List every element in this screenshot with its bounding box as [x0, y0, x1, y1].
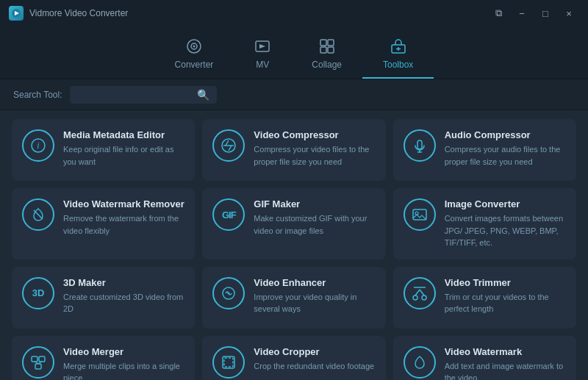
- toolbox-label: Toolbox: [383, 60, 413, 70]
- app-icon: [9, 6, 24, 21]
- video-cropper-info: Video CropperCrop the redundant video fo…: [254, 346, 375, 373]
- minimize-button[interactable]: −: [512, 5, 532, 21]
- video-enhancer-info: Video EnhancerImprove your video quality…: [254, 277, 375, 315]
- svg-rect-8: [320, 47, 326, 53]
- svg-rect-9: [328, 47, 334, 53]
- mv-label: MV: [256, 60, 269, 70]
- 3d-maker-desc: Create customized 3D video from 2D: [63, 291, 184, 315]
- window-controls: ⧉ − □ ×: [488, 5, 579, 21]
- video-trimmer-info: Video TrimmerTrim or cut your videos to …: [445, 277, 566, 315]
- video-watermark-remover-name: Video Watermark Remover: [63, 198, 184, 209]
- video-compressor-icon: [212, 129, 245, 162]
- audio-compressor-desc: Compress your audio files to the proper …: [445, 143, 566, 168]
- maximize-button[interactable]: □: [535, 5, 556, 21]
- image-converter-info: Image ConverterConvert images formats be…: [445, 198, 566, 249]
- image-converter-name: Image Converter: [445, 198, 566, 209]
- video-cropper-icon: [212, 346, 245, 379]
- search-bar: Search Tool: 🔍: [0, 79, 588, 110]
- tools-row: Video MergerMerge multiple clips into a …: [12, 336, 576, 381]
- video-watermark-desc: Add text and image watermark to the vide…: [445, 360, 566, 381]
- svg-rect-34: [224, 358, 233, 367]
- tool-card-audio-compressor[interactable]: Audio CompressorCompress your audio file…: [393, 119, 576, 181]
- nav-tabs: Converter MV Collage: [0, 26, 588, 79]
- video-trimmer-name: Video Trimmer: [445, 277, 566, 288]
- tab-collage[interactable]: Collage: [291, 32, 362, 79]
- collage-icon: [319, 38, 335, 57]
- tools-row: Video Watermark RemoverRemove the waterm…: [12, 188, 576, 259]
- converter-icon: [186, 38, 202, 57]
- search-icon[interactable]: 🔍: [197, 89, 209, 101]
- video-enhancer-name: Video Enhancer: [254, 277, 375, 288]
- video-merger-name: Video Merger: [63, 346, 184, 357]
- tool-card-video-watermark[interactable]: Video WatermarkAdd text and image waterm…: [393, 336, 576, 381]
- media-metadata-editor-icon: i: [22, 129, 54, 162]
- svg-text:i: i: [37, 140, 39, 151]
- app-title: Vidmore Video Converter: [29, 8, 128, 18]
- tab-converter[interactable]: Converter: [154, 32, 234, 79]
- restore-button[interactable]: ⧉: [488, 5, 509, 21]
- 3d-maker-name: 3D Maker: [63, 277, 184, 288]
- svg-rect-30: [39, 356, 45, 362]
- svg-point-4: [193, 46, 195, 48]
- svg-rect-6: [320, 40, 326, 46]
- title-bar: Vidmore Video Converter ⧉ − □ ×: [0, 0, 588, 26]
- video-watermark-info: Video WatermarkAdd text and image waterm…: [445, 346, 566, 381]
- svg-point-24: [413, 295, 417, 300]
- video-merger-desc: Merge multiple clips into a single piece: [63, 360, 184, 381]
- svg-line-26: [415, 290, 420, 295]
- video-watermark-icon: [404, 346, 436, 379]
- tool-card-gif-maker[interactable]: GIFGIF MakerMake customized GIF with you…: [202, 188, 385, 259]
- tool-card-video-compressor[interactable]: Video CompressorCompress your video file…: [202, 119, 385, 181]
- svg-point-23: [228, 292, 230, 294]
- audio-compressor-info: Audio CompressorCompress your audio file…: [445, 129, 566, 168]
- video-watermark-name: Video Watermark: [445, 346, 566, 357]
- video-merger-icon: [22, 346, 54, 379]
- video-compressor-desc: Compress your video files to the proper …: [254, 143, 375, 168]
- search-label: Search Tool:: [13, 90, 62, 100]
- tools-row: 3D3D MakerCreate customized 3D video fro…: [12, 267, 576, 329]
- tool-card-3d-maker[interactable]: 3D3D MakerCreate customized 3D video fro…: [12, 267, 195, 329]
- video-enhancer-icon: [212, 277, 245, 309]
- tab-mv[interactable]: MV: [234, 32, 291, 79]
- tool-card-video-merger[interactable]: Video MergerMerge multiple clips into a …: [12, 336, 195, 381]
- media-metadata-editor-name: Media Metadata Editor: [63, 129, 184, 140]
- tool-card-video-watermark-remover[interactable]: Video Watermark RemoverRemove the waterm…: [12, 188, 195, 259]
- tab-toolbox[interactable]: Toolbox: [362, 32, 434, 79]
- tool-card-video-cropper[interactable]: Video CropperCrop the redundant video fo…: [202, 336, 385, 381]
- video-trimmer-icon: [404, 277, 436, 309]
- tool-card-media-metadata-editor[interactable]: i Media Metadata EditorKeep original fil…: [12, 119, 195, 181]
- tool-card-image-converter[interactable]: Image ConverterConvert images formats be…: [393, 188, 576, 259]
- tool-card-video-enhancer[interactable]: Video EnhancerImprove your video quality…: [202, 267, 385, 329]
- svg-rect-29: [32, 356, 37, 362]
- svg-point-25: [422, 295, 426, 300]
- gif-maker-icon: GIF: [212, 198, 245, 231]
- tool-card-video-trimmer[interactable]: Video TrimmerTrim or cut your videos to …: [393, 267, 576, 329]
- tools-row: i Media Metadata EditorKeep original fil…: [12, 119, 576, 181]
- search-input[interactable]: [77, 90, 197, 100]
- converter-label: Converter: [175, 60, 214, 70]
- close-button[interactable]: ×: [559, 5, 579, 21]
- video-watermark-remover-desc: Remove the watermark from the video flex…: [63, 212, 184, 237]
- svg-rect-7: [328, 40, 334, 46]
- collage-label: Collage: [312, 60, 342, 70]
- video-enhancer-desc: Improve your video quality in several wa…: [254, 291, 375, 315]
- gif-maker-desc: Make customized GIF with your video or i…: [254, 212, 375, 237]
- video-watermark-remover-icon: [22, 198, 54, 231]
- video-merger-info: Video MergerMerge multiple clips into a …: [63, 346, 184, 381]
- svg-rect-16: [417, 140, 422, 149]
- media-metadata-editor-desc: Keep original file info or edit as you w…: [63, 143, 184, 168]
- title-bar-left: Vidmore Video Converter: [9, 6, 128, 21]
- svg-line-27: [420, 290, 424, 295]
- search-input-wrap: 🔍: [70, 86, 217, 104]
- media-metadata-editor-info: Media Metadata EditorKeep original file …: [63, 129, 184, 168]
- image-converter-desc: Convert images formats between JPG/ JPEG…: [445, 212, 566, 249]
- main-content: i Media Metadata EditorKeep original fil…: [0, 110, 588, 380]
- video-cropper-desc: Crop the redundant video footage: [254, 360, 375, 373]
- mv-icon: [254, 38, 270, 57]
- video-compressor-info: Video CompressorCompress your video file…: [254, 129, 375, 168]
- toolbox-icon: [390, 38, 406, 57]
- audio-compressor-icon: [404, 129, 436, 162]
- 3d-maker-info: 3D MakerCreate customized 3D video from …: [63, 277, 184, 315]
- image-converter-icon: [404, 198, 436, 231]
- audio-compressor-name: Audio Compressor: [445, 129, 566, 140]
